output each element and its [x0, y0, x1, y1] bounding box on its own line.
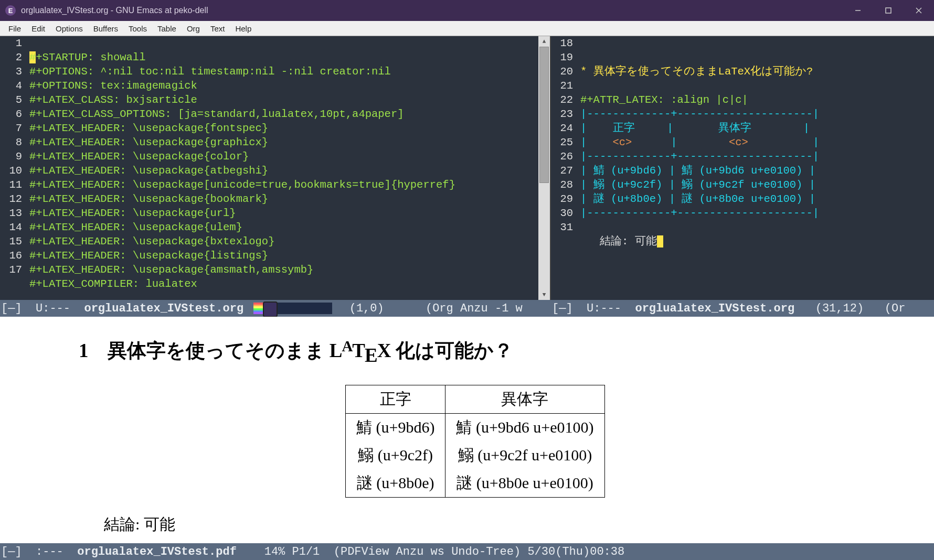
line-number: 30: [551, 206, 573, 220]
code-line: | 謎 (u+8b0e) | 謎 (u+8b0e u+e0100) |: [580, 193, 815, 205]
code-line: #+ATTR_LATEX: :align |c|c|: [580, 94, 748, 106]
editor-text-left[interactable]: #+STARTUP: showall #+OPTIONS: ^:nil toc:…: [29, 36, 538, 300]
code-line: #+LATEX_CLASS_OPTIONS: [ja=standard,lual…: [29, 108, 404, 120]
code-line: #+LATEX_HEADER: \usepackage{amsmath,amss…: [29, 264, 313, 276]
menu-options[interactable]: Options: [50, 24, 88, 33]
table-row: 鯖 (u+9bd6)鯖 (u+9bd6 u+e0100): [346, 414, 605, 442]
table-cell: 鰯 (u+9c2f u+e0100): [445, 441, 604, 469]
line-number: 2: [0, 50, 22, 64]
code-line: #+LATEX_HEADER: \usepackage[unicode=true…: [29, 179, 455, 191]
scroll-thumb[interactable]: [539, 47, 549, 183]
table-header: 異体字: [445, 385, 604, 414]
code-line: [580, 51, 587, 63]
code-line: #+LATEX_HEADER: \usepackage{color}: [29, 150, 249, 163]
svg-rect-1: [886, 8, 891, 13]
line-number-gutter: 1 2 3 4 5 6 7 8 9 10 11 12 13 14 15 16 1…: [0, 36, 26, 300]
modeline-mode: (Or: [885, 302, 906, 315]
doc-heading-text: 化は可能か？: [390, 340, 513, 361]
table-cell: 鯖 (u+9bd6): [346, 414, 445, 442]
code-line: #+LATEX_HEADER: \usepackage{listings}: [29, 250, 268, 262]
line-number: 26: [551, 149, 573, 164]
modeline-left[interactable]: [—] U:--- orglualatex_IVStest.org (1,0) …: [0, 300, 551, 317]
line-number: 16: [0, 249, 22, 263]
table-cell: 謎 (u+8b0e): [346, 469, 445, 498]
code-line: #+LATEX_HEADER: \usepackage{bxtexlogo}: [29, 235, 274, 247]
scroll-up-icon[interactable]: ▲: [538, 36, 550, 47]
line-number: 1: [0, 36, 22, 50]
line-number: 8: [0, 135, 22, 149]
scroll-down-icon[interactable]: ▼: [538, 289, 550, 300]
modeline-position: (1,0): [335, 302, 426, 315]
table-cell: 鯖 (u+9bd6 u+e0100): [445, 414, 604, 442]
code-line: #+LATEX_HEADER: \usepackage{fontspec}: [29, 122, 268, 134]
code-line: * 異体字を使ってそのままLaTeX化は可能か?: [580, 66, 813, 78]
code-line: [580, 221, 587, 233]
menu-help[interactable]: Help: [230, 24, 257, 33]
window-title: orglualatex_IVStest.org - GNU Emacs at p…: [21, 6, 208, 15]
modeline-right[interactable]: [—] U:--- orglualatex_IVStest.org (31,12…: [551, 300, 934, 317]
menu-tools[interactable]: Tools: [123, 24, 152, 33]
menu-file[interactable]: File: [3, 24, 26, 33]
code-line: | 鰯 (u+9c2f) | 鰯 (u+9c2f u+e0100) |: [580, 179, 815, 191]
doc-heading-text: 異体字を使ってそのまま: [108, 340, 330, 361]
line-number: 12: [0, 192, 22, 206]
menu-buffers[interactable]: Buffers: [88, 24, 123, 33]
menu-org[interactable]: Org: [182, 24, 205, 33]
code-line: #+LATEX_HEADER: \usepackage{url}: [29, 207, 236, 219]
code-line: #+LATEX_HEADER: \usepackage{atbegshi}: [29, 165, 268, 177]
minimize-button[interactable]: [843, 0, 873, 21]
modeline-mode: 14% P1/1 (PDFView Anzu ws Undo-Tree) 5/3…: [243, 545, 624, 558]
table-cell: 謎 (u+8b0e u+e0100): [445, 469, 604, 498]
line-number: 23: [551, 107, 573, 121]
code-line: | 正字 | 異体字 |: [580, 122, 810, 134]
table-row: 謎 (u+8b0e)謎 (u+8b0e u+e0100): [346, 469, 605, 498]
code-line: #+LATEX_HEADER: \usepackage{ulem}: [29, 221, 242, 233]
code-line: #+LATEX_COMPILER: lualatex: [29, 278, 197, 290]
nyan-progress-icon: [253, 303, 332, 314]
menu-edit[interactable]: Edit: [26, 24, 50, 33]
modeline-filename: orglualatex_IVStest.org: [628, 302, 801, 315]
code-line: | <c> | <c> |: [580, 136, 819, 148]
doc-heading-number: 1: [79, 340, 89, 361]
line-number: 10: [0, 164, 22, 178]
window-titlebar: E orglualatex_IVStest.org - GNU Emacs at…: [0, 0, 934, 21]
line-number: 24: [551, 121, 573, 135]
table-header: 正字: [346, 385, 445, 414]
editor-pane-left[interactable]: 1 2 3 4 5 6 7 8 9 10 11 12 13 14 15 16 1…: [0, 36, 551, 300]
line-number: 25: [551, 135, 573, 149]
modeline-filename: orglualatex_IVStest.pdf: [70, 545, 243, 558]
code-line: | 鯖 (u+9bd6) | 鯖 (u+9bd6 u+e0100) |: [580, 165, 815, 177]
pdf-view-pane[interactable]: 1異体字を使ってそのまま LATEX 化は可能か？ 正字 異体字 鯖 (u+9b…: [0, 317, 934, 543]
modeline-pdf[interactable]: [—] :--- orglualatex_IVStest.pdf 14% P1/…: [0, 543, 934, 560]
line-number: 7: [0, 121, 22, 135]
doc-conclusion: 結論: 可能: [104, 514, 175, 535]
table-row: 鰯 (u+9c2f)鰯 (u+9c2f u+e0100): [346, 441, 605, 469]
latex-logo-icon: LATEX: [330, 340, 391, 361]
line-number: 17: [0, 263, 22, 277]
maximize-button[interactable]: [873, 0, 904, 21]
code-line: #+OPTIONS: ^:nil toc:nil timestamp:nil -…: [29, 66, 391, 78]
line-number: 5: [0, 93, 22, 107]
line-number: 31: [551, 220, 573, 234]
line-number: 11: [0, 178, 22, 192]
code-line: #+LATEX_HEADER: \usepackage{bookmark}: [29, 193, 268, 205]
line-number: 27: [551, 164, 573, 178]
code-line: |-------------+---------------------|: [580, 207, 819, 219]
modeline-status: [—] U:---: [1, 302, 77, 315]
line-number: 6: [0, 107, 22, 121]
line-number: 21: [551, 79, 573, 93]
code-line: |-------------+---------------------|: [580, 150, 819, 163]
modeline-filename: orglualatex_IVStest.org: [77, 302, 250, 315]
menu-text[interactable]: Text: [205, 24, 230, 33]
editor-pane-right[interactable]: 18 19 20 21 22 23 24 25 26 27 28 29 30 3…: [551, 36, 934, 300]
close-button[interactable]: [904, 0, 934, 21]
line-number: 4: [0, 79, 22, 93]
line-number: 14: [0, 220, 22, 234]
scrollbar-left[interactable]: ▲ ▼: [538, 36, 550, 300]
code-line: #+LATEX_HEADER: \usepackage{graphicx}: [29, 136, 268, 148]
line-number: 20: [551, 64, 573, 79]
editor-text-right[interactable]: * 異体字を使ってそのままLaTeX化は可能か? #+ATTR_LATEX: :…: [580, 36, 922, 300]
code-line: #+OPTIONS: tex:imagemagick: [29, 80, 197, 92]
menu-table[interactable]: Table: [152, 24, 182, 33]
emacs-app-icon: E: [5, 5, 16, 16]
